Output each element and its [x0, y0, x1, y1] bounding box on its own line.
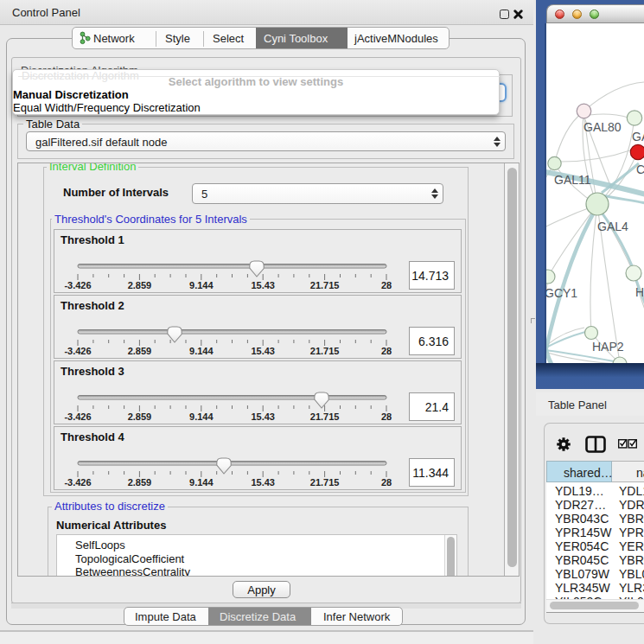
svg-text:-3.426: -3.426 [64, 280, 91, 290]
svg-text:15.43: 15.43 [251, 280, 275, 290]
svg-text:15.43: 15.43 [251, 477, 275, 488]
svg-text:-3.426: -3.426 [64, 346, 91, 356]
svg-text:H: H [635, 285, 644, 299]
svg-text:28: 28 [381, 346, 392, 356]
svg-text:15.43: 15.43 [251, 346, 275, 356]
svg-text:28: 28 [381, 411, 392, 422]
svg-text:GA: GA [632, 130, 644, 143]
svg-text:-3.426: -3.426 [64, 477, 91, 488]
svg-text:9.144: 9.144 [189, 411, 214, 422]
svg-text:21.715: 21.715 [310, 280, 340, 290]
svg-text:21.715: 21.715 [310, 346, 340, 356]
svg-text:HAP2: HAP2 [592, 340, 624, 354]
svg-text:9.144: 9.144 [189, 477, 214, 488]
svg-text:28: 28 [381, 477, 392, 488]
svg-text:C: C [636, 163, 644, 176]
svg-text:GCY1: GCY1 [546, 286, 577, 300]
svg-text:15.43: 15.43 [251, 411, 275, 422]
svg-text:2.859: 2.859 [128, 411, 152, 422]
svg-text:-3.426: -3.426 [64, 411, 91, 422]
svg-text:GAL4: GAL4 [597, 220, 628, 233]
svg-text:GAL80: GAL80 [583, 120, 622, 134]
svg-text:21.715: 21.715 [310, 411, 340, 422]
svg-text:9.144: 9.144 [189, 346, 214, 356]
svg-text:2.859: 2.859 [128, 346, 152, 356]
svg-text:21.715: 21.715 [310, 477, 340, 488]
svg-text:2.859: 2.859 [128, 477, 152, 488]
svg-text:28: 28 [381, 280, 392, 290]
svg-text:9.144: 9.144 [189, 280, 214, 290]
svg-text:2.859: 2.859 [128, 280, 152, 290]
svg-text:GAL11: GAL11 [554, 173, 591, 187]
